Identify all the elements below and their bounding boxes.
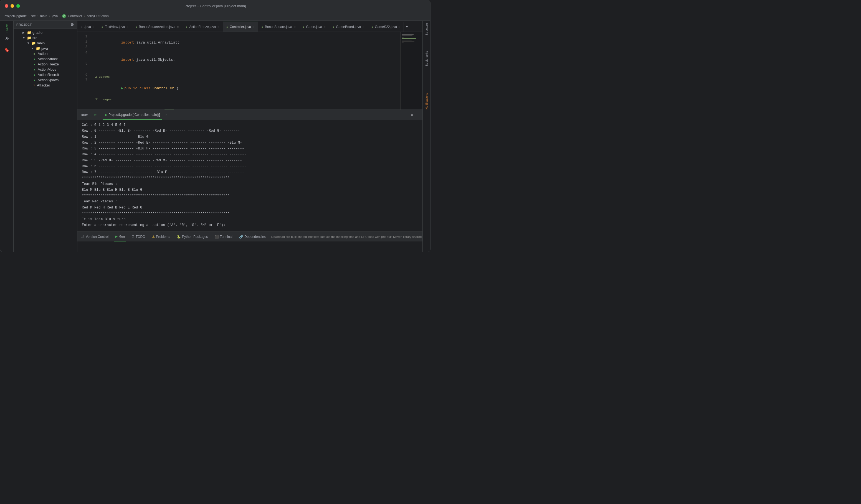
bottom-tab-python[interactable]: 🐍 Python Packages	[176, 232, 209, 241]
run-icon: ▶	[115, 235, 118, 238]
line-num-2: 2	[78, 39, 87, 45]
minimap-line-7	[402, 42, 404, 43]
tab-java-file[interactable]: J .java ×	[78, 22, 98, 32]
line-num-4: 4	[78, 50, 87, 55]
tab-close-controller[interactable]: ×	[253, 25, 254, 29]
minimap-line-4	[402, 38, 416, 39]
terminal-label: Terminal	[220, 235, 232, 239]
bookmarks-label[interactable]: Bookmarks	[425, 51, 428, 66]
tree-label-main: main	[37, 41, 45, 45]
tab-games22[interactable]: ● GameS22.java ×	[368, 22, 404, 32]
run-panel: Run: ↺ ▶ ProjectUpgrade [:Controller.mai…	[78, 110, 422, 232]
bottom-tab-vcs[interactable]: ⎇ Version Control	[80, 232, 110, 241]
breadcrumb-java[interactable]: java	[52, 14, 58, 18]
file-actionrecruit-icon: ●	[33, 73, 36, 76]
minimap-lines	[400, 32, 422, 46]
bottom-tab-problems[interactable]: ⚠ Problems	[151, 232, 172, 241]
tab-close-bonussquare[interactable]: ×	[294, 25, 296, 29]
vcs-icon: ⎇	[81, 235, 85, 239]
run-output-turn: It is Team Blu's turn	[82, 216, 418, 222]
right-sidebar: Structure Bookmarks Notifications	[422, 21, 430, 252]
run-tab-icon: ▶	[105, 113, 107, 117]
tree-item-actionrecruit[interactable]: ● ActionRecruit	[14, 72, 77, 78]
run-output-row5: Row : 5 -Red H- -------- -------- -Red M…	[82, 158, 418, 164]
breadcrumb-method[interactable]: carryOutAction	[86, 14, 108, 18]
tab-close-actionfreeze[interactable]: ×	[217, 25, 219, 29]
tab-actionfreeze[interactable]: ● ActionFreeze.java ×	[182, 22, 223, 32]
tree-item-gradle[interactable]: ▶ 📁 gradle	[14, 30, 77, 35]
bottom-tab-terminal[interactable]: ⬛ Terminal	[214, 232, 234, 241]
terminal-icon: ⬛	[215, 235, 219, 239]
structure-label[interactable]: Structure	[425, 23, 428, 36]
bottom-tab-deps[interactable]: 🔗 Dependencies	[238, 232, 267, 241]
tab-bonussquare[interactable]: ● BonusSquare.java ×	[258, 22, 299, 32]
tab-close-java[interactable]: ×	[93, 25, 94, 29]
window-title: Project – Controller.java [Project.main]	[184, 4, 246, 8]
tab-overflow[interactable]: ▾	[404, 22, 410, 32]
main-window: Project – Controller.java [Project.main]…	[0, 0, 430, 252]
breadcrumb-src[interactable]: src	[31, 14, 36, 18]
tree-label-src: src	[32, 36, 37, 40]
editor-area: J .java × ● TextView.java × ● BonusSquar…	[78, 21, 422, 252]
tab-icon-bonussquare: ●	[261, 25, 263, 29]
kw-class: class	[139, 86, 150, 90]
breadcrumb-controller[interactable]: Controller	[68, 14, 82, 18]
close-button[interactable]	[5, 4, 8, 8]
tree-item-src[interactable]: ▼ 📁 src	[14, 35, 77, 41]
tab-close-bonussquareaction[interactable]: ×	[177, 25, 179, 29]
tab-close-textview[interactable]: ×	[126, 25, 128, 29]
tab-label-bonussquareaction: BonusSquareAction.java	[139, 25, 175, 29]
run-minimize-icon[interactable]: —	[416, 113, 419, 117]
bottom-tab-run[interactable]: ▶ Run	[114, 232, 126, 241]
tab-gameboard[interactable]: ● GameBoard.java ×	[329, 22, 368, 32]
kw-import-1: import	[121, 41, 134, 45]
bottom-tab-todo[interactable]: ☑ TODO	[131, 232, 146, 241]
line-numbers: 1 2 3 4 5 6 7	[78, 32, 91, 110]
run-tab-main[interactable]: ▶ ProjectUpgrade [:Controller.main()]	[102, 110, 162, 120]
tab-icon-controller: ●	[226, 25, 228, 29]
tree-label-attacker: Attacker	[37, 83, 50, 87]
todo-icon: ☑	[132, 235, 135, 239]
tab-close-gameboard[interactable]: ×	[363, 25, 364, 29]
run-output-blu-pieces: Blu M Blu B Blu H Blu E Blu G	[82, 187, 418, 193]
activity-project-icon[interactable]: Project	[2, 23, 12, 33]
tab-controller[interactable]: ● Controller.java ×	[223, 22, 258, 32]
tree-item-actionattack[interactable]: ● ActionAttack	[14, 56, 77, 61]
usage-game: 31 usages	[91, 97, 400, 103]
breadcrumb-project[interactable]: ProjectUpgrade	[4, 14, 27, 18]
tab-close-games22[interactable]: ×	[399, 25, 400, 29]
tree-settings-icon[interactable]: ⚙	[70, 23, 74, 27]
tree-item-actionfreeze[interactable]: ● ActionFreeze	[14, 61, 77, 67]
line-num-5: 5	[78, 61, 87, 67]
run-output-row7: Row : 7 -------- -------- -------- -Blu …	[82, 169, 418, 175]
breadcrumb-main[interactable]: main	[40, 14, 47, 18]
tab-game[interactable]: ● Game.java ×	[299, 22, 329, 32]
minimize-button[interactable]	[11, 4, 14, 8]
run-arrow-icon[interactable]: ▶	[121, 86, 123, 90]
maximize-button[interactable]	[16, 4, 20, 8]
tree-item-actionmove[interactable]: ● ActionMove	[14, 67, 77, 72]
tree-item-main[interactable]: ▼ 📁 main	[14, 41, 77, 46]
tab-close-game[interactable]: ×	[324, 25, 325, 29]
run-output-row2: Row : 2 -------- -------- -Red E- ------…	[82, 140, 418, 146]
tree-arrow-java: ▼	[31, 47, 35, 50]
tree-item-attacker[interactable]: ℹ Attacker	[14, 83, 77, 88]
activity-eye-icon[interactable]: 👁	[2, 34, 12, 44]
line-num-3: 3	[78, 45, 87, 50]
notifications-label[interactable]: Notifications	[425, 93, 428, 110]
tree-item-actionspawn[interactable]: ● ActionSpawn	[14, 78, 77, 83]
tab-bonussquareaction[interactable]: ● BonusSquareAction.java ×	[132, 22, 182, 32]
run-label: Run:	[81, 113, 88, 117]
vcs-label: Version Control	[86, 235, 108, 239]
run-tab-close[interactable]: ×	[166, 113, 167, 117]
file-tree-content[interactable]: ▶ 📁 gradle ▼ 📁 src ▼ 📁 main	[14, 29, 77, 252]
folder-gradle-icon: 📁	[27, 30, 31, 34]
tree-item-java[interactable]: ▼ 📁 java	[14, 46, 77, 51]
tree-item-action[interactable]: ■ Action	[14, 51, 77, 56]
tab-bar: J .java × ● TextView.java × ● BonusSquar…	[78, 21, 422, 32]
tab-textview[interactable]: ● TextView.java ×	[98, 22, 132, 32]
run-settings-icon[interactable]: ⚙	[411, 113, 413, 117]
run-restart-icon[interactable]: ↺	[93, 112, 98, 118]
code-content[interactable]: import java.util.ArrayList; import java.…	[91, 32, 400, 110]
activity-bookmark-icon[interactable]: 🔖	[2, 45, 12, 55]
